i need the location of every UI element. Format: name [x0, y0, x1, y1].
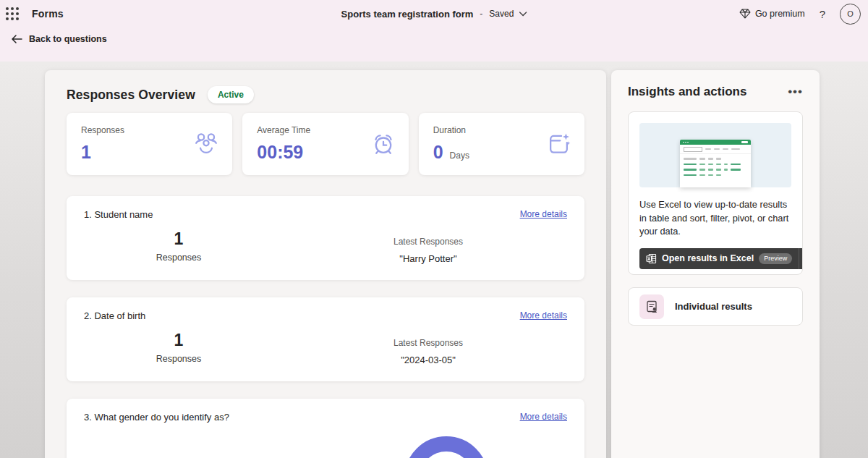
insights-panel: Insights and actions ••• — [611, 70, 820, 458]
latest-response-block: Latest Responses "Harry Potter" — [356, 237, 501, 264]
individual-results-icon — [639, 294, 664, 319]
calendar-sparkle-icon — [546, 132, 571, 159]
stats-row: Responses 1 Average Time 00:59 — [67, 113, 584, 175]
excel-button-dropdown[interactable] — [799, 248, 803, 269]
excel-button-label: Open results in Excel — [662, 253, 754, 263]
title-separator: - — [480, 9, 482, 19]
document-title-group: Sports team registration form - Saved — [341, 0, 527, 27]
response-count-label: Responses — [132, 253, 226, 263]
excel-button-main[interactable]: Open results in Excel Preview — [639, 248, 799, 269]
latest-response-block: Latest Responses "2024-03-05" — [356, 338, 501, 365]
diamond-icon — [739, 9, 751, 19]
responses-overview-panel: Responses Overview Active Responses 1 Av… — [45, 70, 606, 458]
stat-value: 1 — [81, 142, 91, 163]
excel-insight-card: Use Excel to view up-to-date results in … — [628, 111, 803, 275]
question-card-2: 2. Date of birth More details 1 Response… — [67, 297, 584, 381]
more-options-icon[interactable]: ••• — [788, 88, 803, 96]
latest-response-value: "2024-03-05" — [356, 355, 501, 365]
stat-unit: Days — [450, 150, 469, 161]
open-results-in-excel-button[interactable]: Open results in Excel Preview — [639, 248, 803, 269]
stat-card-duration: Duration 0 Days — [419, 113, 584, 175]
document-title: Sports team registration form — [341, 9, 474, 20]
latest-responses-label: Latest Responses — [356, 338, 501, 348]
response-count-block: 1 Responses — [132, 229, 226, 263]
topbar-right-group: Go premium ? O — [739, 0, 861, 27]
waffle-grid-icon — [6, 7, 19, 20]
account-avatar[interactable]: O — [840, 4, 861, 25]
question-card-1: 1. Student name More details 1 Responses… — [67, 196, 584, 280]
individual-results-label: Individual results — [675, 301, 752, 312]
question-title: 1. Student name — [84, 209, 153, 220]
question-title: 3. What gender do you identify as? — [84, 412, 229, 423]
more-details-link[interactable]: More details — [520, 209, 567, 219]
question-title: 2. Date of birth — [84, 310, 145, 321]
latest-response-value: "Harry Potter" — [356, 253, 501, 264]
overview-header: Responses Overview Active — [67, 70, 584, 103]
individual-results-card[interactable]: Individual results — [628, 287, 803, 326]
latest-responses-label: Latest Responses — [356, 237, 501, 247]
back-label: Back to questions — [29, 34, 107, 44]
overview-title: Responses Overview — [67, 88, 195, 103]
top-app-bar: Forms Sports team registration form - Sa… — [0, 0, 868, 27]
excel-mini-sheet-illustration — [680, 140, 751, 187]
go-premium-button[interactable]: Go premium — [739, 9, 805, 19]
excel-illustration — [639, 123, 791, 187]
app-name: Forms — [32, 8, 64, 20]
stat-card-responses: Responses 1 — [67, 113, 232, 175]
go-premium-label: Go premium — [755, 9, 805, 19]
alarm-clock-icon — [371, 132, 396, 159]
back-arrow-icon — [12, 35, 22, 43]
excel-icon — [646, 253, 657, 264]
response-count: 1 — [132, 229, 226, 249]
response-count-label: Responses — [132, 354, 226, 364]
question-card-3: 3. What gender do you identify as? More … — [67, 399, 584, 458]
save-status-dropdown[interactable]: Saved — [489, 9, 527, 19]
stat-value: 0 — [433, 142, 443, 163]
excel-description: Use Excel to view up-to-date results in … — [639, 198, 791, 239]
donut-chart — [404, 436, 488, 458]
chevron-down-icon — [519, 12, 527, 17]
response-count: 1 — [132, 331, 226, 350]
back-to-questions-link[interactable]: Back to questions — [0, 27, 145, 51]
app-launcher-waffle-icon[interactable] — [0, 0, 25, 27]
insights-title: Insights and actions — [628, 85, 746, 99]
more-details-link[interactable]: More details — [520, 310, 567, 321]
people-icon — [193, 132, 219, 158]
stat-card-average-time: Average Time 00:59 — [242, 113, 408, 175]
response-count-block: 1 Responses — [132, 331, 226, 364]
preview-badge: Preview — [759, 253, 792, 264]
save-status-label: Saved — [489, 9, 514, 19]
more-details-link[interactable]: More details — [520, 412, 567, 422]
stat-value: 00:59 — [257, 142, 303, 163]
help-button[interactable]: ? — [820, 8, 825, 20]
form-status-badge: Active — [208, 86, 254, 103]
